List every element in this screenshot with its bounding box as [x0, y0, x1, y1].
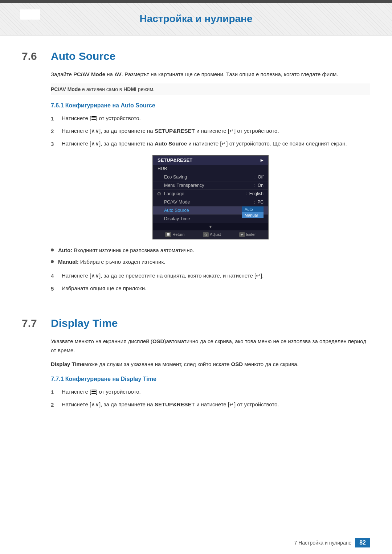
section-76-title: Auto Source [51, 50, 115, 62]
bullet-auto: Auto: Входният източник се разпознава ав… [51, 246, 370, 255]
osd-row-language: ⚙ Language : English [153, 190, 268, 198]
gear-icon: ⚙ [157, 191, 162, 197]
section-77-title: Display Time [51, 317, 118, 329]
osd-title-bar: SETUP&RESET ► [153, 156, 268, 165]
step-4-text: Натиснете [∧∨], за да се преместите на о… [62, 271, 370, 280]
section-76-paragraph1: Задайте PC/AV Mode на AV. Размерът на ка… [51, 70, 370, 79]
step-4-num: 4 [51, 272, 62, 280]
osd-eco-colon: : [254, 175, 256, 180]
osd-menu-trans-value: On [258, 183, 264, 188]
step-5-text: Избраната опция ще се приложи. [62, 284, 370, 293]
step-2-num: 2 [51, 127, 62, 136]
steps-list-77: 1 Натиснете [☰] от устройството. 2 Натис… [51, 387, 370, 409]
osd-dropdown-auto: Auto [242, 206, 264, 212]
step-77-1-num: 1 [51, 388, 62, 397]
osd-container: SETUP&RESET ► HUB Eco Saving : Off [51, 155, 370, 239]
osd-dropdown: Auto Manual [242, 206, 264, 218]
osd-footer-adjust-label: Adjust [210, 232, 221, 237]
osd-row-hub: HUB [153, 165, 268, 173]
step-3: 3 Натиснете [∧∨], за да преминете на Aut… [51, 139, 370, 148]
osd-menu-trans-label: Menu Transparency [164, 183, 252, 188]
page-title: Настройка и нулиране [22, 13, 370, 25]
osd-footer-adjust: ◇ Adjust [203, 232, 221, 237]
osd-row-autosource: Auto Source : Auto Auto Manual [153, 206, 268, 215]
adjust-icon: ◇ [203, 232, 209, 237]
osd-footer: ☰ Return ◇ Adjust ↵ Enter [153, 230, 268, 239]
bullet-manual-text: Manual: Избирате ръчно входен източник. [58, 258, 165, 266]
osd-menu-trans-colon: : [254, 183, 256, 188]
bullet-auto-text: Auto: Входният източник се разпознава ав… [58, 246, 194, 255]
osd-row-eco: Eco Saving : Off [153, 173, 268, 181]
step-4: 4 Натиснете [∧∨], за да се преместите на… [51, 271, 370, 280]
osd-pcav-colon: : [254, 200, 255, 205]
step-77-1-text: Натиснете [☰] от устройството. [62, 387, 370, 396]
step-1-text: Натиснете [☰] от устройството. [62, 114, 370, 123]
step-1: 1 Натиснете [☰] от устройството. [51, 114, 370, 123]
sub-section-761-heading: 7.6.1 Конфигуриране на Auto Source [51, 102, 370, 109]
osd-language-value: English [249, 191, 264, 196]
step-77-1: 1 Натиснете [☰] от устройството. [51, 387, 370, 397]
osd-pcav-label: PC/AV Mode [164, 200, 252, 205]
osd-term-1: OSD [152, 338, 164, 344]
section-77-number: 7.7 [22, 317, 44, 329]
step-77-2: 2 Натиснете [∧∨], за да преминете на SET… [51, 400, 370, 409]
footer-page-number: 82 [355, 538, 370, 547]
section-77-heading: 7.7 Display Time [22, 317, 370, 329]
osd-dropdown-manual: Manual [242, 212, 264, 218]
osd-row-menu-transparency: Menu Transparency : On [153, 181, 268, 190]
page-footer: 7 Настройка и нулиране 82 [294, 538, 371, 547]
return-icon: ☰ [165, 232, 171, 237]
section-76-heading: 7.6 Auto Source [22, 50, 370, 62]
osd-footer-return: ☰ Return [165, 232, 184, 237]
main-content: 7.6 Auto Source Задайте PC/AV Mode на AV… [0, 36, 392, 438]
step-2: 2 Натиснете [∧∨], за да преминете на SET… [51, 127, 370, 136]
section-77-paragraph1: Указвате менюто на екранния дисплей (OSD… [51, 337, 370, 355]
osd-footer-enter: ↵ Enter [239, 232, 256, 237]
section-76-body: Задайте PC/AV Mode на AV. Размерът на ка… [22, 70, 370, 293]
steps-list-76-continued: 4 Натиснете [∧∨], за да се преместите на… [51, 271, 370, 293]
sub-section-761-number: 7.6.1 [51, 102, 64, 108]
osd-autosource-label: Auto Source [164, 208, 249, 213]
footer-section-text: 7 Настройка и нулиране [294, 540, 352, 546]
pc-av-mode-note: PC/AV Mode [51, 86, 81, 92]
bullet-manual: Manual: Избирате ръчно входен източник. [51, 258, 370, 266]
osd-language-label: Language [164, 191, 244, 196]
osd-hub-label: HUB [158, 166, 264, 171]
osd-screen: SETUP&RESET ► HUB Eco Saving : Off [152, 155, 269, 239]
osd-footer-return-label: Return [172, 232, 184, 237]
pc-av-mode-term: PC/AV Mode [73, 71, 105, 77]
top-bar [0, 0, 392, 3]
header-section: Настройка и нулиране [0, 3, 392, 36]
step-5: 5 Избраната опция ще се приложи. [51, 284, 370, 293]
section-77-paragraph2: Display Timeможе да служи за указване на… [51, 360, 370, 369]
steps-list-76: 1 Натиснете [☰] от устройството. 2 Натис… [51, 114, 370, 148]
section-76-number: 7.6 [22, 50, 44, 62]
display-time-term: Display Time [51, 361, 84, 367]
step-3-num: 3 [51, 140, 62, 148]
sub-section-771-heading: 7.7.1 Конфигуриране на Display Time [51, 376, 370, 382]
header-box [20, 9, 40, 20]
hdmi-note: HDMI [123, 86, 136, 92]
osd-eco-label: Eco Saving [164, 175, 252, 180]
step-2-text: Натиснете [∧∨], за да преминете на SETUP… [62, 127, 370, 135]
osd-eco-value: Off [258, 175, 264, 180]
bullet-list-76: Auto: Входният източник се разпознава ав… [51, 246, 370, 266]
enter-icon: ↵ [239, 232, 245, 237]
osd-pcav-value: PC [257, 200, 264, 205]
osd-body: HUB Eco Saving : Off Menu Transparency : [153, 165, 268, 230]
osd-term-2: OSD [231, 361, 243, 367]
bullet-dot-auto [51, 249, 54, 251]
step-1-num: 1 [51, 114, 62, 123]
step-77-2-text: Натиснете [∧∨], за да преминете на SETUP… [62, 400, 370, 409]
osd-footer-enter-label: Enter [246, 232, 256, 237]
osd-down-arrow: ▼ [153, 223, 268, 230]
step-5-num: 5 [51, 284, 62, 293]
osd-title: SETUP&RESET [158, 157, 192, 163]
sub-section-761-title: Конфигуриране на Auto Source [65, 102, 155, 108]
osd-language-colon: : [246, 191, 247, 196]
section-77-body: Указвате менюто на екранния дисплей (OSD… [22, 337, 370, 410]
sub-section-771-title: Конфигуриране на Display Time [65, 376, 156, 382]
step-77-2-num: 2 [51, 401, 62, 409]
osd-arrow-right: ► [260, 157, 264, 163]
bullet-dot-manual [51, 260, 54, 263]
